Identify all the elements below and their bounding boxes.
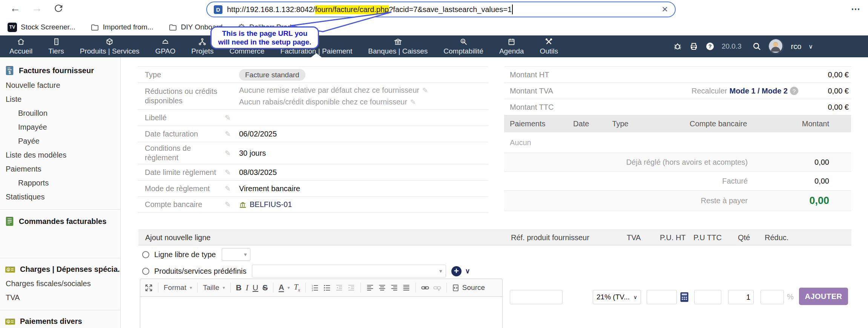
search-icon[interactable] [752,42,761,51]
predef-radio[interactable] [142,268,149,275]
bookmark-stock-screener[interactable]: TV Stock Screener... [8,23,75,32]
format-dropdown[interactable]: Format▾ [164,284,192,292]
back-icon[interactable]: ← [10,2,20,14]
help-circle-icon[interactable]: ? [790,87,798,95]
bold-button[interactable]: B [236,283,242,292]
pu-ht-input[interactable] [647,290,677,304]
sidebar-item-liste-des-modeles[interactable]: Liste des modèles [0,148,120,162]
pencil-icon[interactable]: ✎ [225,130,239,138]
pencil-icon[interactable]: ✎ [410,98,416,106]
size-dropdown[interactable]: Taille▾ [203,284,225,292]
discount-input[interactable] [761,290,784,304]
menu-comptabilite[interactable]: $ Comptabilité [436,35,491,57]
editor-toolbar: Format▾ Taille▾ B I U S A▾ Tx 123 [140,279,503,297]
row-deja-regle: Déjà réglé (hors avoirs et acomptes) 0,0… [504,153,851,172]
avatar[interactable] [768,39,784,54]
predef-product-select[interactable]: ▾ [252,265,446,277]
bookmarks-bar: TV Stock Screener... Imported from... DI… [0,19,868,35]
sidebar-section-commandes-facturables[interactable]: Commandes facturables [0,213,120,229]
helmet-icon [161,38,169,46]
qty-input[interactable] [728,290,754,304]
source-button[interactable]: Source [452,284,485,292]
field-row-date-facturation: Date facturation ✎ 06/02/2025 [138,126,488,142]
editor-content-area[interactable] [140,297,503,328]
sidebar-item-rapports[interactable]: Rapports [0,176,120,190]
pencil-icon[interactable]: ✎ [422,87,428,94]
help-icon[interactable]: ? [705,42,715,51]
search-dollar-icon: $ [460,38,468,46]
sidebar: $ Factures fournisseur Nouvelle facture … [0,57,121,328]
ajouter-button[interactable]: AJOUTER [799,288,848,305]
pencil-icon[interactable]: ✎ [225,113,239,122]
sidebar-section-charges-depenses[interactable]: $ Charges | Dépenses spécia... [0,262,120,277]
version-label: 20.0.3 [722,42,742,51]
sidebar-item-tva[interactable]: TVA [0,291,120,305]
vat-select[interactable]: 21% (TV... ∨ [593,290,641,304]
sidebar-section-paiements-divers[interactable]: $ Paiements divers [0,314,120,328]
calculator-icon[interactable] [680,292,689,302]
sidebar-item-nouvelle-facture[interactable]: Nouvelle facture [0,78,120,92]
menu-outils[interactable]: Outils [532,35,566,57]
underline-button[interactable]: U [253,283,258,292]
printer-icon[interactable] [689,42,698,51]
row-montant-tva: Montant TVA Recalculer Mode 1 / Mode 2 ?… [504,83,851,99]
clear-url-icon[interactable]: ✕ [661,5,668,14]
pencil-icon[interactable]: ✎ [225,200,239,209]
menu-produits-services[interactable]: Produits | Services [72,35,147,57]
sidebar-item-charges-fiscales-sociales[interactable]: Charges fiscales/sociales [0,277,120,291]
italic-button[interactable]: I [246,283,248,293]
menu-banques-caisses[interactable]: Banques | Caisses [360,35,436,57]
user-name[interactable]: rco [791,42,801,51]
menu-agenda[interactable]: Agenda [491,35,532,57]
sidebar-item-brouillon[interactable]: Brouillon [0,106,120,120]
pencil-icon[interactable]: ✎ [225,149,239,158]
montant-ttc-value: 0,00 € [800,103,851,112]
add-product-icon[interactable]: + [451,266,462,276]
indent-icon[interactable] [347,284,355,292]
align-center-icon[interactable] [378,284,386,292]
menu-accueil[interactable]: Accueil [2,35,40,57]
bank-account-link[interactable]: BELFIUS-01 [239,200,292,209]
sidebar-item-liste[interactable]: Liste [0,92,120,106]
outdent-icon[interactable] [335,284,343,292]
building-icon [52,38,60,46]
row-reste-a-payer: Reste à payer 0,00 [504,190,851,211]
totals-panel: Montant HT 0,00 € Montant TVA Recalculer… [504,66,851,211]
sidebar-section-factures-fournisseur[interactable]: $ Factures fournisseur [0,63,120,78]
pencil-icon[interactable]: ✎ [225,184,239,193]
strikethrough-button[interactable]: S [262,283,268,292]
money-bill-icon: $ [5,266,15,273]
sitemap-icon [198,38,206,46]
predef-chevron-icon[interactable]: ∨ [465,267,470,275]
add-line-title: Ajout nouvelle ligne [138,233,210,242]
sidebar-item-statistiques[interactable]: Statistiques [0,190,120,204]
sidebar-item-impayee[interactable]: Impayée [0,120,120,134]
align-left-icon[interactable] [366,284,374,292]
bug-icon[interactable] [673,42,682,51]
supplier-ref-input[interactable] [510,290,563,304]
bullet-list-icon[interactable] [323,284,331,292]
field-row-libelle: Libellé ✎ [138,109,488,126]
align-right-icon[interactable] [390,284,398,292]
money-bill-icon: $ [5,318,15,325]
text-color-button[interactable]: A▾ [279,284,290,292]
field-row-reductions: Réductions ou crédits disponibles Aucune… [138,83,488,109]
pencil-icon[interactable]: ✎ [225,168,239,177]
pu-ttc-input[interactable] [694,290,721,304]
reload-icon[interactable] [54,3,63,13]
free-line-type-select[interactable]: ▾ [222,248,250,261]
recalc-modes-link[interactable]: Mode 1 / Mode 2 [730,87,788,95]
browser-menu-icon[interactable]: ⋯ [851,4,861,14]
sidebar-item-paiements[interactable]: Paiements [0,162,120,176]
align-justify-icon[interactable] [402,284,410,292]
free-line-radio[interactable] [142,251,149,258]
sidebar-item-payee[interactable]: Payée [0,134,120,148]
ordered-list-icon[interactable]: 123 [311,284,319,292]
maximize-icon[interactable] [145,284,153,292]
link-icon[interactable] [421,284,429,292]
remove-format-button[interactable]: Tx [294,283,300,293]
menu-gpao[interactable]: GPAO [147,35,184,57]
menu-tiers[interactable]: Tiers [40,35,72,57]
bookmark-imported-from[interactable]: Imported from... [90,23,153,32]
chevron-down-icon[interactable]: ∨ [808,43,813,50]
